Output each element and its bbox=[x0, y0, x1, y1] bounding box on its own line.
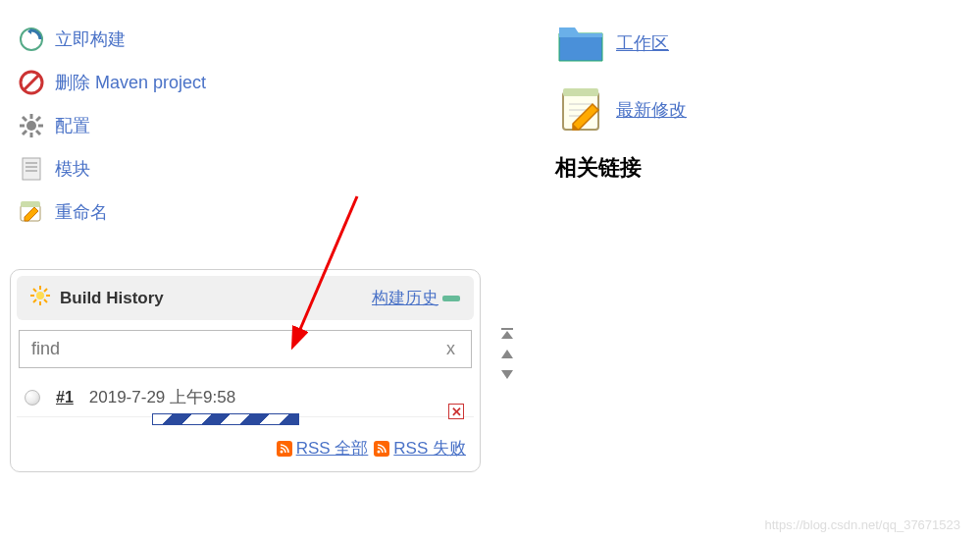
svg-line-9 bbox=[23, 117, 26, 121]
menu-modules[interactable]: 模块 bbox=[10, 147, 520, 190]
menu-configure[interactable]: 配置 bbox=[10, 104, 520, 147]
scroll-arrows bbox=[496, 326, 518, 383]
svg-point-29 bbox=[378, 450, 381, 453]
svg-point-19 bbox=[36, 292, 44, 299]
menu-build-now[interactable]: 立即构建 bbox=[10, 18, 520, 61]
workspace-label: 工作区 bbox=[616, 31, 669, 55]
watermark: https://blog.csdn.net/qq_37671523 bbox=[765, 517, 961, 532]
panel-header: Build History 构建历史 bbox=[17, 276, 474, 320]
menu-rename[interactable]: 重命名 bbox=[10, 190, 520, 234]
build-row[interactable]: #1 2019-7-29 上午9:58 ✕ bbox=[17, 378, 474, 417]
build-history-panel: Build History 构建历史 x #1 2019-7-29 上午9:58… bbox=[10, 269, 481, 472]
svg-marker-37 bbox=[501, 331, 513, 339]
folder-icon bbox=[555, 18, 606, 69]
svg-marker-39 bbox=[501, 370, 513, 379]
workspace-link[interactable]: 工作区 bbox=[540, 18, 687, 69]
sun-icon bbox=[30, 286, 50, 310]
trend-dash-icon bbox=[442, 296, 460, 301]
svg-line-10 bbox=[36, 131, 40, 135]
svg-line-11 bbox=[23, 131, 26, 135]
svg-rect-31 bbox=[563, 88, 598, 96]
panel-title-text: Build History bbox=[60, 289, 164, 308]
svg-line-3 bbox=[25, 76, 38, 89]
build-number-link[interactable]: #1 bbox=[56, 389, 74, 406]
menu-label: 配置 bbox=[55, 114, 90, 137]
rss-all-link[interactable]: RSS 全部 bbox=[277, 437, 369, 460]
scroll-top-icon[interactable] bbox=[496, 326, 518, 344]
recent-changes-label: 最新修改 bbox=[616, 98, 687, 122]
configure-icon bbox=[18, 112, 45, 139]
recent-changes-link[interactable]: 最新修改 bbox=[540, 84, 687, 136]
delete-icon bbox=[18, 69, 45, 96]
svg-rect-18 bbox=[21, 201, 40, 207]
svg-rect-36 bbox=[501, 328, 513, 330]
notepad-icon bbox=[555, 84, 606, 136]
svg-rect-13 bbox=[23, 158, 40, 180]
cancel-build-icon[interactable]: ✕ bbox=[448, 404, 464, 419]
build-now-icon bbox=[18, 26, 45, 53]
related-links-heading: 相关链接 bbox=[555, 153, 687, 183]
svg-line-12 bbox=[36, 117, 40, 121]
status-ball-icon bbox=[25, 390, 40, 406]
modules-icon bbox=[18, 155, 45, 183]
svg-line-27 bbox=[44, 289, 47, 292]
menu-label: 重命名 bbox=[55, 200, 108, 224]
build-progress-bar bbox=[152, 413, 299, 425]
svg-line-24 bbox=[33, 289, 36, 292]
trend-link[interactable]: 构建历史 bbox=[372, 287, 460, 309]
svg-marker-38 bbox=[501, 350, 513, 358]
menu-label: 立即构建 bbox=[55, 27, 126, 51]
menu-delete-project[interactable]: 删除 Maven project bbox=[10, 61, 520, 104]
menu-label: 删除 Maven project bbox=[55, 71, 206, 94]
rss-icon bbox=[374, 441, 389, 457]
svg-line-25 bbox=[44, 299, 47, 302]
menu-label: 模块 bbox=[55, 157, 90, 181]
scroll-down-icon[interactable] bbox=[496, 365, 518, 383]
rss-icon bbox=[277, 441, 292, 457]
clear-search-icon[interactable]: x bbox=[442, 339, 459, 359]
build-search-row: x bbox=[19, 330, 472, 368]
svg-point-4 bbox=[26, 121, 36, 131]
build-timestamp: 2019-7-29 上午9:58 bbox=[89, 386, 235, 408]
scroll-up-icon[interactable] bbox=[496, 346, 518, 363]
build-search-input[interactable] bbox=[31, 339, 442, 359]
rss-failed-link[interactable]: RSS 失败 bbox=[374, 437, 466, 460]
rename-icon bbox=[18, 198, 45, 226]
svg-line-26 bbox=[33, 299, 36, 302]
svg-point-28 bbox=[280, 450, 283, 453]
